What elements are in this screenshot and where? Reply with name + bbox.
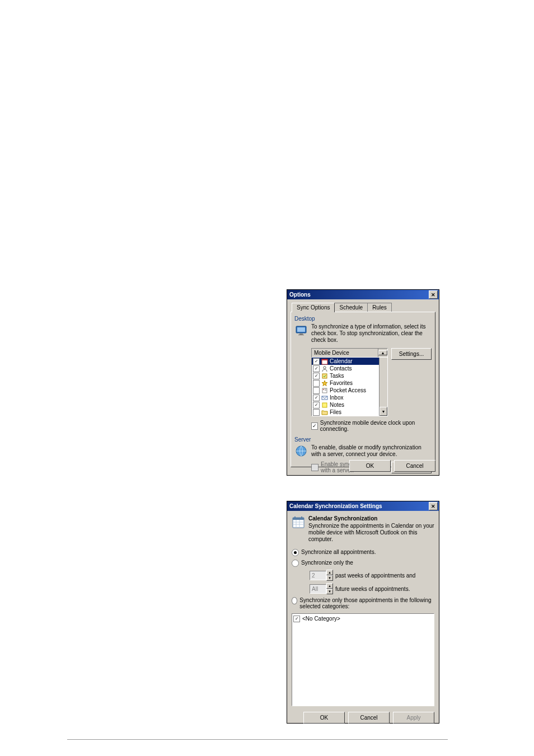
category-item-no-category[interactable]: ✓ <No Category> xyxy=(293,615,433,622)
tab-sync-options[interactable]: Sync Options xyxy=(292,303,335,312)
svg-rect-11 xyxy=(325,389,326,389)
checkbox-no-category[interactable]: ✓ xyxy=(293,616,300,622)
chevron-down-icon: ▼ xyxy=(326,589,333,594)
label-pocket-access: Pocket Access xyxy=(330,387,366,393)
inbox-icon xyxy=(321,395,328,401)
svg-rect-12 xyxy=(325,390,326,391)
svg-rect-7 xyxy=(322,374,327,378)
calendar-large-icon xyxy=(292,515,305,529)
radio-all-appointments[interactable]: Synchronize all appointments. xyxy=(287,547,439,558)
scroll-down-icon[interactable]: ▼ xyxy=(380,407,387,416)
close-icon[interactable]: ✕ xyxy=(429,502,438,510)
list-body: ✓ Calendar ✓ Contacts ✓ Tasks xyxy=(311,358,388,416)
desktop-icon xyxy=(294,323,308,337)
label-favorites: Favorites xyxy=(330,380,353,386)
cancel-button[interactable]: Cancel xyxy=(348,712,390,724)
list-item-favorites[interactable]: Favorites xyxy=(312,379,387,387)
list-header: Mobile Device ▲ xyxy=(311,348,388,358)
checkbox-inbox[interactable]: ✓ xyxy=(313,395,320,401)
desktop-info-text: To synchronize a type of information, se… xyxy=(311,323,432,344)
calendar-dialog-title: Calendar Synchronization Settings xyxy=(289,503,429,509)
svg-rect-19 xyxy=(301,516,302,519)
list-item-tasks[interactable]: ✓ Tasks xyxy=(312,372,387,379)
list-item-files[interactable]: Files xyxy=(312,408,387,416)
server-icon xyxy=(294,444,308,458)
server-info-text: To enable, disable or modify synchroniza… xyxy=(311,444,432,458)
apply-button: Apply xyxy=(393,712,434,724)
list-item-pocket-access[interactable]: Pocket Access xyxy=(312,387,387,394)
chevron-up-icon: ▲ xyxy=(326,583,333,589)
checkbox-files[interactable] xyxy=(313,409,320,416)
ok-button[interactable]: OK xyxy=(303,712,345,724)
sync-clock-label: Synchronize mobile device clock upon con… xyxy=(320,420,432,432)
svg-rect-5 xyxy=(322,359,327,360)
col-mobile-device[interactable]: Mobile Device xyxy=(312,349,378,357)
label-tasks: Tasks xyxy=(330,373,344,379)
settings-button[interactable]: Settings... xyxy=(391,348,432,360)
checkbox-pocket[interactable] xyxy=(313,387,320,394)
close-icon[interactable]: ✕ xyxy=(429,290,438,299)
radio-all-label: Synchronize all appointments. xyxy=(301,549,376,555)
svg-rect-10 xyxy=(323,389,324,390)
label-files: Files xyxy=(330,409,341,415)
checkbox-enable-server xyxy=(311,464,318,471)
future-weeks-spinner: All ▲▼ xyxy=(310,583,333,594)
svg-marker-8 xyxy=(322,381,327,386)
past-weeks-label: past weeks of appointments and xyxy=(335,572,415,579)
calendar-titlebar[interactable]: Calendar Synchronization Settings ✕ xyxy=(287,501,439,511)
options-dialog: Options ✕ Sync Options Schedule Rules De… xyxy=(287,289,439,476)
chevron-down-icon: ▼ xyxy=(326,575,333,581)
list-scrollbar[interactable]: ▼ xyxy=(379,358,387,416)
category-label: <No Category> xyxy=(302,616,340,622)
radio-only[interactable] xyxy=(292,560,299,567)
radio-cat[interactable] xyxy=(292,597,297,604)
svg-rect-2 xyxy=(299,334,303,335)
checkbox-sync-clock[interactable]: ✓ xyxy=(311,422,318,430)
label-inbox: Inbox xyxy=(330,395,343,401)
label-notes: Notes xyxy=(330,402,344,408)
past-weeks-spinner: 2 ▲▼ xyxy=(310,570,333,581)
chevron-up-icon: ▲ xyxy=(326,570,333,575)
tab-page: Desktop To synchronize a type of informa… xyxy=(291,312,435,467)
calendar-header-title: Calendar Synchronization xyxy=(308,515,434,522)
radio-cat-label: Synchronize only those appointments in t… xyxy=(299,597,439,609)
checkbox-tasks[interactable]: ✓ xyxy=(313,373,320,379)
checkbox-notes[interactable]: ✓ xyxy=(313,402,320,408)
pocket-access-icon xyxy=(321,387,328,394)
scroll-up-icon[interactable]: ▲ xyxy=(378,350,387,355)
list-item-inbox[interactable]: ✓ Inbox xyxy=(312,394,387,401)
contacts-icon xyxy=(321,365,328,372)
radio-only-the[interactable]: Synchronize only the xyxy=(287,558,439,569)
tab-schedule[interactable]: Schedule xyxy=(334,303,368,312)
desktop-section-label: Desktop xyxy=(294,316,432,322)
cancel-button[interactable]: Cancel xyxy=(394,460,435,472)
favorites-icon xyxy=(321,380,328,387)
list-item-notes[interactable]: ✓ Notes xyxy=(312,401,387,408)
files-icon xyxy=(321,409,328,416)
radio-all[interactable] xyxy=(292,549,299,556)
ok-button[interactable]: OK xyxy=(349,460,391,472)
svg-point-6 xyxy=(324,366,326,368)
svg-rect-14 xyxy=(322,403,327,407)
calendar-sync-dialog: Calendar Synchronization Settings ✕ Cale… xyxy=(287,501,439,724)
tasks-icon xyxy=(321,373,328,379)
svg-rect-18 xyxy=(294,516,296,519)
calendar-header-desc: Synchronize the appointments in Calendar… xyxy=(308,523,434,543)
checkbox-favorites[interactable] xyxy=(313,380,320,387)
calendar-icon xyxy=(321,358,328,365)
list-item-calendar[interactable]: ✓ Calendar xyxy=(312,358,387,365)
footer-rule xyxy=(67,739,448,740)
server-section-label: Server xyxy=(294,436,432,443)
options-titlebar[interactable]: Options ✕ xyxy=(287,290,439,299)
tab-rules[interactable]: Rules xyxy=(367,303,392,312)
list-item-contacts[interactable]: ✓ Contacts xyxy=(312,365,387,372)
tabstrip: Sync Options Schedule Rules xyxy=(292,303,439,312)
checkbox-contacts[interactable]: ✓ xyxy=(313,365,320,372)
categories-list[interactable]: ✓ <No Category> xyxy=(292,613,434,706)
radio-categories[interactable]: Synchronize only those appointments in t… xyxy=(287,595,439,611)
svg-rect-1 xyxy=(297,327,305,332)
radio-only-label: Synchronize only the xyxy=(301,560,353,566)
label-calendar: Calendar xyxy=(330,358,353,364)
future-weeks-label: future weeks of appointments. xyxy=(335,586,410,592)
checkbox-calendar[interactable]: ✓ xyxy=(313,358,320,365)
